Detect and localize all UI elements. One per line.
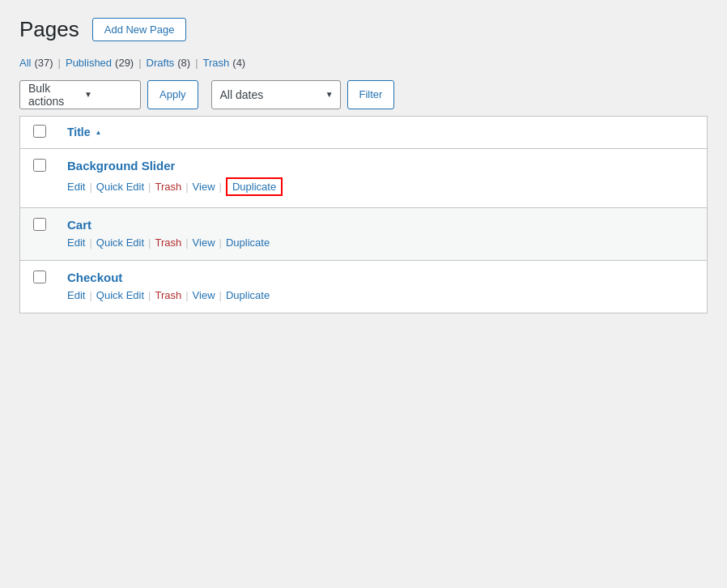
row-checkbox-cell xyxy=(20,260,55,313)
row-actions: Edit | Quick Edit | Trash | View | Dupli… xyxy=(67,177,694,196)
sep-view-duplicate: | xyxy=(219,236,222,249)
table-body: Background SliderEdit | Quick Edit | Tra… xyxy=(20,148,708,313)
dates-chevron-icon: ▼ xyxy=(325,90,334,99)
filter-trash: Trash (4) xyxy=(203,57,246,69)
table-row: CheckoutEdit | Quick Edit | Trash | View… xyxy=(20,260,708,313)
sep-1: | xyxy=(58,57,61,69)
duplicate-link[interactable]: Duplicate xyxy=(226,177,283,196)
edit-link[interactable]: Edit xyxy=(67,181,85,193)
row-content-cell: CheckoutEdit | Quick Edit | Trash | View… xyxy=(54,260,708,313)
title-header-content: Title ▲ xyxy=(67,126,694,138)
table-row: Background SliderEdit | Quick Edit | Tra… xyxy=(20,148,708,207)
title-header-cell: Title ▲ xyxy=(54,116,708,148)
sep-3: | xyxy=(195,57,198,69)
edit-link[interactable]: Edit xyxy=(67,289,85,301)
sort-arrows-icon: ▲ xyxy=(96,130,102,135)
filter-drafts-count: (8) xyxy=(177,57,190,69)
row-checkbox[interactable] xyxy=(33,218,46,231)
filter-drafts: Drafts (8) xyxy=(147,57,191,69)
sep-2: | xyxy=(138,57,141,69)
view-link[interactable]: View xyxy=(193,181,215,193)
filter-published-link[interactable]: Published xyxy=(66,57,112,69)
edit-link[interactable]: Edit xyxy=(67,236,85,249)
filter-trash-count: (4) xyxy=(232,57,245,69)
filter-all: All (37) xyxy=(19,57,53,69)
sep-quickedit-trash: | xyxy=(148,236,151,249)
tablenav: Bulk actions ▼ Apply All dates ▼ Filter xyxy=(19,80,708,109)
row-content-cell: CartEdit | Quick Edit | Trash | View | D… xyxy=(54,207,708,260)
title-sort-link[interactable]: Title xyxy=(67,126,91,138)
sep-quickedit-trash: | xyxy=(148,181,151,193)
sep-edit-quickedit: | xyxy=(89,181,91,193)
row-checkbox[interactable] xyxy=(33,271,46,283)
filter-trash-link[interactable]: Trash xyxy=(203,57,230,69)
filter-all-link[interactable]: All xyxy=(19,57,31,69)
quick-edit-link[interactable]: Quick Edit xyxy=(96,289,144,301)
table-row: CartEdit | Quick Edit | Trash | View | D… xyxy=(20,207,708,260)
row-checkbox-cell xyxy=(20,148,55,207)
filter-button[interactable]: Filter xyxy=(347,80,395,109)
page-title-link[interactable]: Cart xyxy=(67,218,694,232)
select-all-header xyxy=(20,116,55,148)
duplicate-link[interactable]: Duplicate xyxy=(226,236,270,249)
sep-edit-quickedit: | xyxy=(89,289,91,301)
page-title: Pages xyxy=(19,16,79,44)
sep-trash-view: | xyxy=(185,289,188,301)
bulk-actions-dropdown[interactable]: Bulk actions ▼ xyxy=(19,80,141,109)
pages-table: Title ▲ Background SliderEdit | Quick Ed… xyxy=(19,116,708,313)
filter-nav: All (37) | Published (29) | Drafts (8) |… xyxy=(19,57,708,69)
apply-button[interactable]: Apply xyxy=(147,80,198,109)
sep-view-duplicate: | xyxy=(219,181,222,193)
trash-link[interactable]: Trash xyxy=(155,181,181,193)
sep-quickedit-trash: | xyxy=(148,289,151,301)
trash-link[interactable]: Trash xyxy=(155,289,181,301)
duplicate-link[interactable]: Duplicate xyxy=(226,289,270,301)
add-new-page-button[interactable]: Add New Page xyxy=(92,18,187,41)
row-checkbox[interactable] xyxy=(33,159,46,172)
dates-label: All dates xyxy=(220,88,264,101)
row-checkbox-cell xyxy=(20,207,55,260)
quick-edit-link[interactable]: Quick Edit xyxy=(96,236,144,249)
row-actions: Edit | Quick Edit | Trash | View | Dupli… xyxy=(67,236,694,249)
dates-dropdown[interactable]: All dates ▼ xyxy=(211,80,341,109)
quick-edit-link[interactable]: Quick Edit xyxy=(96,181,144,193)
bulk-actions-label: Bulk actions xyxy=(28,82,78,108)
view-link[interactable]: View xyxy=(193,236,215,249)
filter-published: Published (29) xyxy=(66,57,134,69)
sep-trash-view: | xyxy=(185,181,188,193)
trash-link[interactable]: Trash xyxy=(155,236,181,249)
row-content-cell: Background SliderEdit | Quick Edit | Tra… xyxy=(54,148,708,207)
table-header: Title ▲ xyxy=(20,116,708,148)
filter-drafts-link[interactable]: Drafts xyxy=(147,57,175,69)
select-all-checkbox[interactable] xyxy=(33,125,46,138)
view-link[interactable]: View xyxy=(193,289,215,301)
sort-up-icon: ▲ xyxy=(96,130,102,135)
bulk-actions-chevron-icon: ▼ xyxy=(84,90,134,99)
filter-published-count: (29) xyxy=(115,57,134,69)
sep-view-duplicate: | xyxy=(219,289,222,301)
page-header: Pages Add New Page xyxy=(19,16,708,44)
page-title-link[interactable]: Background Slider xyxy=(67,159,694,173)
sep-edit-quickedit: | xyxy=(89,236,91,249)
row-actions: Edit | Quick Edit | Trash | View | Dupli… xyxy=(67,289,694,301)
sep-trash-view: | xyxy=(185,236,188,249)
filter-all-count: (37) xyxy=(34,57,53,69)
page-title-link[interactable]: Checkout xyxy=(67,271,694,284)
